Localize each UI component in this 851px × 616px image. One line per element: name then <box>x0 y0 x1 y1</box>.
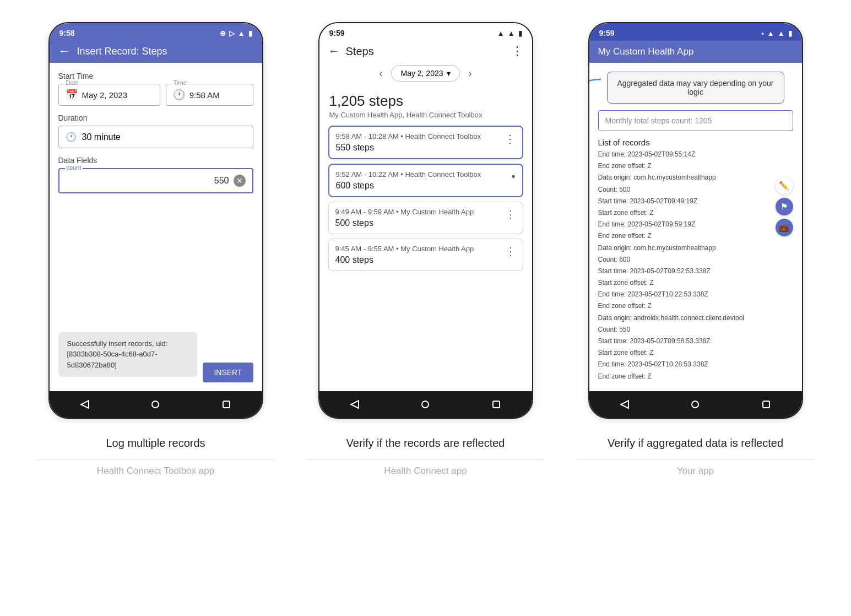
battery-icon2: ▮ <box>518 29 522 37</box>
step-record-1-steps: 600 steps <box>336 181 481 191</box>
back-arrow-icon[interactable]: ← <box>58 45 71 57</box>
svg-point-7 <box>692 401 698 408</box>
phone1-status-bar: 9:58 ⊕ ▷ ▲ ▮ <box>50 23 262 41</box>
signal-icon2: ▲ <box>508 29 515 37</box>
back-nav-icon3[interactable] <box>619 398 631 410</box>
phone1-bottom-nav <box>50 391 262 418</box>
caption-col-0: Log multiple records Health Connect Tool… <box>37 435 274 480</box>
recents-nav-icon[interactable] <box>220 398 232 410</box>
date-selector-button[interactable]: May 2, 2023 ▾ <box>391 65 459 82</box>
svg-point-1 <box>152 401 159 408</box>
count-label-float: count <box>65 164 83 171</box>
battery-icon: ▮ <box>248 29 252 37</box>
record-line-2: Data origin: com.hc.mycustomhealthapp <box>598 172 793 183</box>
tooltip-container: Aggregated data may vary depending on yo… <box>598 67 793 108</box>
phone2-back-arrow[interactable]: ← <box>328 45 340 57</box>
tooltip-text: Aggregated data may vary depending on yo… <box>617 79 773 96</box>
battery-icon3: ▮ <box>788 29 792 37</box>
start-time-section: Start Time Date 📅 May 2, 2023 Time 🕐 9:5… <box>58 72 253 106</box>
step-record-0[interactable]: 9:58 AM - 10:28 AM • Health Connect Tool… <box>328 126 523 159</box>
date-input[interactable]: Date 📅 May 2, 2023 <box>58 84 160 106</box>
phone1-time: 9:58 <box>59 29 75 37</box>
step-record-1-menu-icon[interactable]: • <box>511 170 515 183</box>
phone2-frame: 9:59 ▲ ▲ ▮ ← Steps ⋮ ‹ <box>318 22 533 419</box>
selected-date: May 2, 2023 <box>400 69 443 78</box>
flag-record-button[interactable]: ⚑ <box>776 198 793 215</box>
caption-title-0: Log multiple records <box>37 435 274 451</box>
time-input[interactable]: Time 🕐 9:58 AM <box>166 84 253 106</box>
duration-input[interactable]: 🕐 30 minute <box>58 126 253 148</box>
home-nav-icon3[interactable] <box>689 398 701 410</box>
date-value: May 2, 2023 <box>82 90 128 100</box>
record-line-7: End zone offset: Z <box>598 231 793 241</box>
phone1-title-bar: ← Insert Record: Steps <box>50 41 262 63</box>
start-time-label: Start Time <box>58 72 253 80</box>
next-date-icon[interactable]: › <box>469 68 472 79</box>
step-record-0-info: 9:58 AM - 10:28 AM • Health Connect Tool… <box>336 132 481 153</box>
step-record-2-menu-icon[interactable]: ⋮ <box>505 208 516 221</box>
calendar-icon: 📅 <box>66 89 78 101</box>
count-field[interactable]: count 550 ✕ <box>58 168 253 193</box>
record-line-13: End zone offset: Z <box>598 301 793 311</box>
captions-row: Log multiple records Health Connect Tool… <box>11 424 840 482</box>
monthly-total-input[interactable]: Monthly total steps count: 1205 <box>598 110 793 131</box>
divider-0 <box>37 460 274 460</box>
count-value: 550 <box>66 176 234 186</box>
phone3-bottom-nav <box>589 391 802 418</box>
data-fields-section: Data Fields count 550 ✕ <box>58 156 253 193</box>
cast-icon: ▷ <box>229 29 235 37</box>
phone2-status-icons: ▲ ▲ ▮ <box>497 29 522 37</box>
step-record-3-menu-icon[interactable]: ⋮ <box>505 245 516 258</box>
phone2-bottom-nav <box>319 391 532 418</box>
home-nav-icon2[interactable] <box>419 398 431 410</box>
clock-icon: 🕐 <box>173 89 185 101</box>
divider-2 <box>577 460 814 460</box>
step-record-1-info: 9:52 AM - 10:22 AM • Health Connect Tool… <box>336 170 481 191</box>
count-clear-button[interactable]: ✕ <box>234 175 246 187</box>
success-toast: Successfully insert records, uid: [8383b… <box>58 332 198 377</box>
phones-row: 9:58 ⊕ ▷ ▲ ▮ ← Insert Record: Steps <box>11 17 840 424</box>
time-value: 9:58 AM <box>189 90 220 100</box>
app-bar-title: My Custom Health App <box>598 46 694 57</box>
edit-record-button[interactable]: ✏️ <box>776 177 793 194</box>
phone3-frame: 9:59 • ▲ ▲ ▮ My Custom Health App Aggreg… <box>588 22 803 419</box>
caption-col-2: Verify if aggregated data is reflected Y… <box>577 435 814 480</box>
phone2-header: ← Steps ⋮ <box>319 41 532 61</box>
prev-date-icon[interactable]: ‹ <box>379 68 382 79</box>
phone2-status-bar: 9:59 ▲ ▲ ▮ <box>319 23 532 41</box>
insert-button[interactable]: INSERT <box>203 363 253 382</box>
phone2-title: Steps <box>346 45 374 58</box>
record-line-1: End zone offset: Z <box>598 161 793 171</box>
recents-nav-icon3[interactable] <box>760 398 772 410</box>
briefcase-button[interactable]: 💼 <box>776 219 793 236</box>
back-nav-icon[interactable] <box>79 398 91 410</box>
step-record-0-time: 9:58 AM - 10:28 AM • Health Connect Tool… <box>336 132 481 141</box>
signal-icon: ▲ <box>238 29 245 37</box>
step-record-1[interactable]: 9:52 AM - 10:22 AM • Health Connect Tool… <box>328 164 523 197</box>
tooltip-bubble: Aggregated data may vary depending on yo… <box>607 72 784 104</box>
list-of-records-title: List of records <box>589 136 802 149</box>
step-record-0-menu-icon[interactable]: ⋮ <box>505 132 516 145</box>
step-record-2-steps: 500 steps <box>335 218 474 228</box>
caption-subtitle-2: Your app <box>577 466 814 480</box>
duration-value: 30 minute <box>82 132 121 142</box>
record-line-18: End time: 2023-05-02T10:28:53.338Z <box>598 359 793 370</box>
wifi-icon: ⊕ <box>220 29 226 37</box>
step-record-3-info: 9:45 AM - 9:55 AM • My Custom Health App… <box>335 245 474 265</box>
record-line-12: End time: 2023-05-02T10:22:53.338Z <box>598 289 793 300</box>
record-line-0: End time: 2023-05-02T09:55:14Z <box>598 149 793 160</box>
step-record-2[interactable]: 9:49 AM - 9:59 AM • My Custom Health App… <box>328 202 523 234</box>
phone3-status-bar: 9:59 • ▲ ▲ ▮ <box>589 23 802 41</box>
wifi-dot-icon: • <box>761 29 764 37</box>
phone3-app-bar: My Custom Health App <box>589 41 802 63</box>
back-nav-icon2[interactable] <box>349 398 361 410</box>
phone3-column: 9:59 • ▲ ▲ ▮ My Custom Health App Aggreg… <box>577 22 814 419</box>
step-record-3[interactable]: 9:45 AM - 9:55 AM • My Custom Health App… <box>328 239 523 271</box>
svg-marker-3 <box>351 401 359 408</box>
signal-icon3: ▲ <box>778 29 785 37</box>
recents-nav-icon2[interactable] <box>490 398 502 410</box>
record-line-9: Count: 600 <box>598 255 793 265</box>
phone1-frame: 9:58 ⊕ ▷ ▲ ▮ ← Insert Record: Steps <box>48 22 263 419</box>
home-nav-icon[interactable] <box>149 398 161 410</box>
phone2-menu-icon[interactable]: ⋮ <box>511 44 523 58</box>
